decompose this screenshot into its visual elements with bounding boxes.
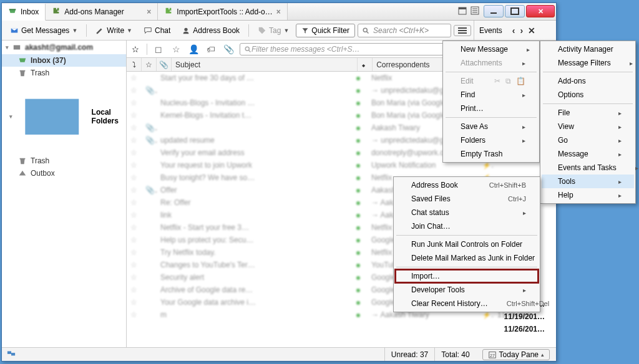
- folder-label: Inbox (37): [31, 56, 66, 65]
- tab-inbox[interactable]: Inbox: [2, 4, 46, 21]
- svg-point-3: [185, 27, 188, 31]
- quick-filter-button[interactable]: Quick Filter: [296, 24, 355, 37]
- col-label: Subject: [175, 60, 200, 69]
- events-close-icon[interactable]: ✕: [528, 26, 535, 36]
- folder-label: Trash: [31, 69, 49, 77]
- folder-sidebar: ▾ akasht@gmail.com Inbox (37) Trash ▾ Lo…: [2, 41, 127, 347]
- tab-import-tools[interactable]: ImportExportTools :: Add-o… ×: [158, 3, 287, 20]
- col-star[interactable]: ☆: [142, 58, 157, 71]
- copy-icon: ⧉: [505, 77, 511, 85]
- menu-run-junk[interactable]: Run Junk Mail Controls on Folder: [395, 237, 539, 251]
- status-bar: Unread: 37 Total: 40 27 Today Pane ▴: [2, 347, 556, 361]
- menu-events-tasks[interactable]: Events and Tasks: [542, 161, 634, 175]
- menu-attachments[interactable]: Attachments: [444, 56, 538, 70]
- col-attachment[interactable]: 📎: [157, 58, 172, 71]
- trash-icon: [18, 69, 27, 77]
- account-row[interactable]: ▾ akasht@gmail.com: [2, 41, 126, 54]
- contact-filter-icon[interactable]: 👤: [187, 44, 200, 54]
- maximize-button[interactable]: [505, 5, 525, 17]
- folder-outbox[interactable]: Outbox: [2, 167, 126, 180]
- puzzle-icon: [52, 6, 61, 17]
- svg-point-4: [363, 28, 367, 32]
- menu-chat-status[interactable]: Chat status: [395, 206, 539, 219]
- events-next-icon[interactable]: ›: [520, 26, 523, 36]
- search-icon: [244, 46, 251, 53]
- pin-filter-icon[interactable]: ✫: [129, 44, 142, 54]
- outbox-icon: [18, 169, 27, 178]
- unread-count: Unread: 37: [384, 348, 434, 361]
- address-book-label: Address Book: [193, 26, 240, 35]
- events-prev-icon[interactable]: ‹: [512, 26, 515, 36]
- today-pane-button[interactable]: 27 Today Pane ▴: [482, 349, 550, 360]
- caret-down-icon: ▼: [283, 27, 289, 34]
- menu-find[interactable]: Find: [444, 88, 538, 102]
- app-menu-col2: Activity Manager Message Filters Add-ons…: [540, 41, 636, 204]
- titlebar: Inbox Add-ons Manager × ImportExportTool…: [2, 3, 556, 21]
- tag-button[interactable]: Tag ▼: [253, 24, 293, 37]
- attachment-filter-icon[interactable]: 📎: [222, 44, 235, 54]
- puzzle-icon: [164, 6, 173, 17]
- menu-activity-manager[interactable]: Activity Manager: [542, 42, 634, 56]
- menu-view[interactable]: View: [542, 120, 634, 133]
- folder-trash[interactable]: Trash: [2, 67, 126, 79]
- menu-address-book[interactable]: Address BookCtrl+Shift+B: [395, 178, 539, 192]
- chat-button[interactable]: Chat: [139, 24, 175, 37]
- menu-new-message[interactable]: New Message: [444, 42, 538, 56]
- folder-inbox[interactable]: Inbox (37): [2, 54, 126, 67]
- menu-file[interactable]: File: [542, 106, 634, 120]
- star-filter-icon[interactable]: ☆: [170, 44, 182, 54]
- chat-label: Chat: [155, 26, 170, 35]
- menu-help[interactable]: Help: [542, 188, 634, 202]
- folder-local-trash[interactable]: Trash: [2, 155, 126, 167]
- app-menu: New Message Attachments Edit ✂ ⧉ 📋 Find …: [442, 41, 540, 163]
- trash-icon: [18, 156, 27, 165]
- menu-folders[interactable]: Folders: [444, 133, 538, 147]
- menu-developer-tools[interactable]: Developer Tools: [395, 283, 539, 297]
- local-folders-icon: [16, 81, 88, 153]
- calendar-icon[interactable]: [457, 6, 467, 17]
- menu-import[interactable]: Import…: [395, 269, 539, 283]
- tasks-icon[interactable]: [470, 6, 480, 17]
- menu-join-chat[interactable]: Join Chat…: [395, 219, 539, 233]
- address-book-button[interactable]: Address Book: [177, 24, 244, 37]
- menu-message-filters[interactable]: Message Filters: [542, 56, 634, 70]
- get-messages-label: Get Messages: [21, 26, 69, 35]
- menu-clear-history[interactable]: Clear Recent History…Ctrl+Shift+Del: [395, 297, 539, 310]
- menu-go[interactable]: Go: [542, 133, 634, 147]
- events-pane-header: Events ‹ › ✕: [474, 21, 540, 40]
- col-thread[interactable]: ⤵: [127, 58, 142, 71]
- minimize-button[interactable]: [484, 5, 504, 17]
- unread-filter-icon[interactable]: ◻: [152, 44, 165, 54]
- menu-empty-trash[interactable]: Empty Trash: [444, 147, 538, 161]
- global-search-input[interactable]: Search <Ctrl+K>: [358, 24, 451, 37]
- main-toolbar: Get Messages ▼ Write ▼ Chat Address Book…: [2, 21, 556, 41]
- tab-label: Inbox: [21, 7, 39, 16]
- menu-tools[interactable]: Tools: [542, 175, 634, 188]
- calendar-icon: 27: [488, 350, 497, 359]
- local-folders-row[interactable]: ▾ Local Folders: [2, 79, 126, 155]
- col-subject[interactable]: Subject: [172, 58, 358, 71]
- menu-addons[interactable]: Add-ons: [542, 74, 634, 88]
- get-messages-button[interactable]: Get Messages ▼: [6, 24, 82, 37]
- menu-print[interactable]: Print…: [444, 102, 538, 115]
- svg-text:27: 27: [490, 353, 495, 357]
- menu-options[interactable]: Options: [542, 88, 634, 102]
- close-tab-icon[interactable]: ×: [147, 7, 151, 16]
- online-icon[interactable]: [2, 349, 21, 360]
- tag-filter-icon[interactable]: 🏷: [205, 44, 217, 54]
- col-read[interactable]: ⬥: [358, 58, 373, 71]
- menu-delete-junk[interactable]: Delete Mail Marked as Junk in Folder: [395, 251, 539, 265]
- inbox-icon: [8, 7, 17, 17]
- close-window-button[interactable]: [526, 5, 555, 17]
- menu-saved-files[interactable]: Saved FilesCtrl+J: [395, 192, 539, 206]
- app-menu-button[interactable]: [454, 25, 471, 36]
- tab-strip: Inbox Add-ons Manager × ImportExportTool…: [2, 3, 454, 20]
- date-cell: 11/26/201…: [504, 325, 545, 333]
- menu-message[interactable]: Message: [542, 147, 634, 161]
- tab-addons[interactable]: Add-ons Manager ×: [46, 3, 158, 20]
- close-tab-icon[interactable]: ×: [276, 7, 281, 16]
- menu-save-as[interactable]: Save As: [444, 120, 538, 133]
- menu-edit: Edit ✂ ⧉ 📋: [444, 74, 538, 88]
- write-button[interactable]: Write ▼: [91, 24, 137, 37]
- filter-placeholder: Filter these messages <Ctrl+S…: [251, 45, 359, 54]
